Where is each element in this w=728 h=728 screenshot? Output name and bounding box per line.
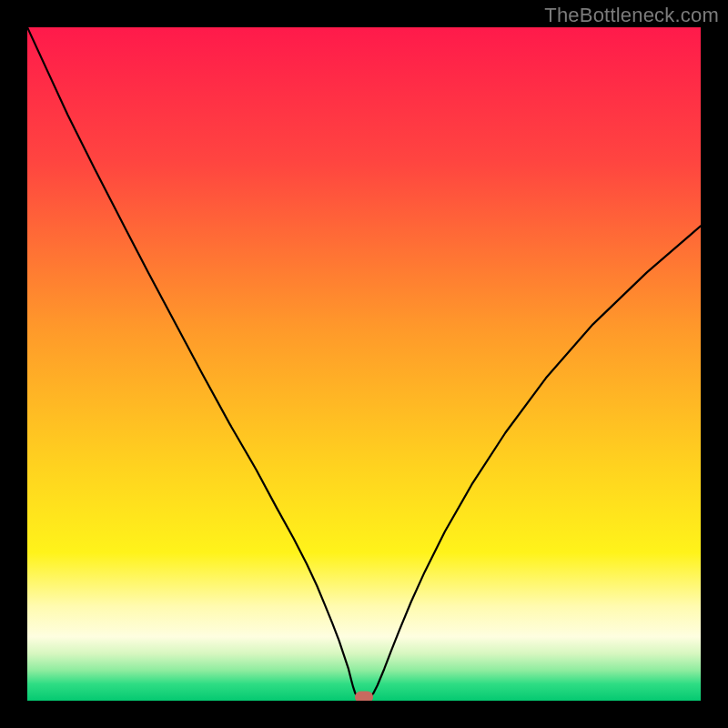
plot-area xyxy=(27,27,701,701)
minimum-marker xyxy=(355,691,373,701)
watermark-text: TheBottleneck.com xyxy=(544,4,719,27)
chart-frame: TheBottleneck.com xyxy=(0,0,728,728)
bottleneck-curve xyxy=(27,27,701,701)
